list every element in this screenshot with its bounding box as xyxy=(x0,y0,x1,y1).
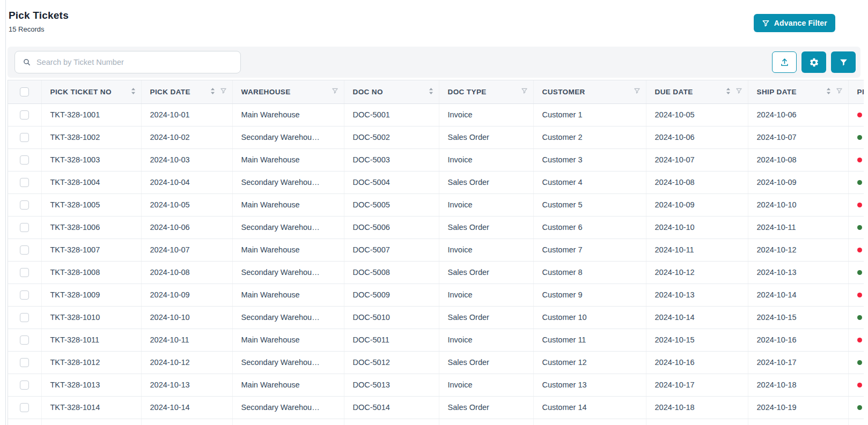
cell-due-date: 2024-10-05 xyxy=(646,103,748,126)
table-row[interactable]: TKT-328-1014 2024-10-14 Secondary Wareho… xyxy=(8,396,864,419)
cell-doc-no: DOC-5010 xyxy=(344,306,439,329)
table-row[interactable]: TKT-328-1013 2024-10-13 Main Warehouse D… xyxy=(8,374,864,396)
cell-ship-date: 2024-10-17 xyxy=(748,351,848,374)
row-checkbox[interactable] xyxy=(20,403,29,412)
sort-icon[interactable] xyxy=(429,87,433,96)
row-checkbox[interactable] xyxy=(20,358,29,367)
column-header-customer[interactable]: CUSTOMER xyxy=(533,80,646,103)
row-checkbox[interactable] xyxy=(20,200,29,210)
table-row[interactable]: TKT-328-1006 2024-10-06 Secondary Wareho… xyxy=(8,216,864,238)
column-header-ship-date[interactable]: SHIP DATE xyxy=(748,80,848,103)
settings-button[interactable] xyxy=(801,51,826,73)
row-checkbox[interactable] xyxy=(20,335,29,345)
table-row[interactable]: TKT-328-1003 2024-10-03 Main Warehouse D… xyxy=(8,148,864,171)
cell-priority xyxy=(848,396,864,419)
cell-doc-type: Sales Order xyxy=(439,396,533,419)
column-filter-icon[interactable] xyxy=(332,87,339,96)
column-filter-icon[interactable] xyxy=(521,87,528,96)
cell-warehouse: Main Warehouse xyxy=(232,419,344,425)
cell-priority xyxy=(848,284,864,306)
sort-icon[interactable] xyxy=(826,87,831,96)
select-all-checkbox[interactable] xyxy=(20,87,29,96)
table-row[interactable]: TKT-328-1007 2024-10-07 Main Warehouse D… xyxy=(8,238,864,261)
row-checkbox[interactable] xyxy=(20,245,29,255)
cell-pick-ticket-no: TKT-328-1003 xyxy=(41,148,141,171)
cell-doc-type: Sales Order xyxy=(439,126,533,148)
table-row[interactable]: TKT-328-1005 2024-10-05 Main Warehouse D… xyxy=(8,193,864,216)
page-title: Pick Tickets xyxy=(9,10,69,21)
column-header-pick-date[interactable]: PICK DATE xyxy=(141,80,232,103)
cell-priority xyxy=(848,306,864,329)
priority-dot xyxy=(857,338,862,342)
priority-dot xyxy=(857,135,862,140)
cell-warehouse: Main Warehouse xyxy=(232,329,344,351)
table-row[interactable]: TKT-328-1009 2024-10-09 Main Warehouse D… xyxy=(8,284,864,306)
cell-customer: Customer 3 xyxy=(533,148,646,171)
cell-priority xyxy=(848,171,864,193)
cell-pick-ticket-no: TKT-328-1006 xyxy=(41,216,141,238)
cell-doc-type: Invoice xyxy=(439,238,533,261)
row-checkbox[interactable] xyxy=(20,268,29,277)
cell-customer: Customer 13 xyxy=(533,374,646,396)
cell-doc-no: DOC-5011 xyxy=(344,329,439,351)
table-toolbar xyxy=(8,47,860,78)
cell-pick-ticket-no: TKT-328-1014 xyxy=(41,396,141,419)
column-header-doc-no[interactable]: DOC NO xyxy=(344,80,439,103)
sort-icon[interactable] xyxy=(131,87,136,96)
cell-customer: Customer 7 xyxy=(533,238,646,261)
table-row[interactable]: TKT-328-1001 2024-10-01 Main Warehouse D… xyxy=(8,103,864,126)
cell-customer: Customer 14 xyxy=(533,396,646,419)
column-header-doc-type[interactable]: DOC TYPE xyxy=(439,80,533,103)
cell-ship-date: 2024-10-12 xyxy=(748,238,848,261)
table-row[interactable]: TKT-328-1008 2024-10-08 Secondary Wareho… xyxy=(8,261,864,284)
row-checkbox[interactable] xyxy=(20,110,29,120)
filter-button[interactable] xyxy=(831,51,856,73)
table-row[interactable]: TKT-328-1002 2024-10-02 Secondary Wareho… xyxy=(8,126,864,148)
cell-doc-no: DOC-5014 xyxy=(344,396,439,419)
row-checkbox[interactable] xyxy=(20,155,29,165)
cell-doc-type: Invoice xyxy=(439,419,533,425)
table-row[interactable]: TKT-328-1004 2024-10-04 Secondary Wareho… xyxy=(8,171,864,193)
column-filter-icon[interactable] xyxy=(634,87,641,96)
row-checkbox[interactable] xyxy=(20,223,29,232)
column-filter-icon[interactable] xyxy=(220,87,227,96)
row-checkbox[interactable] xyxy=(20,178,29,187)
search-input[interactable] xyxy=(36,58,232,66)
cell-customer: Customer 5 xyxy=(533,193,646,216)
column-filter-icon[interactable] xyxy=(836,87,843,96)
page-header: Pick Tickets 15 Records Advance Filter xyxy=(0,0,868,33)
cell-ship-date: 2024-10-15 xyxy=(748,306,848,329)
sort-icon[interactable] xyxy=(726,87,731,96)
priority-dot xyxy=(857,225,862,230)
table-row[interactable]: TKT-328-1012 2024-10-12 Secondary Wareho… xyxy=(8,351,864,374)
table-row[interactable]: TKT-328-1011 2024-10-11 Main Warehouse D… xyxy=(8,329,864,351)
priority-dot xyxy=(857,405,862,410)
select-all-header xyxy=(8,80,41,103)
cell-due-date: 2024-10-12 xyxy=(646,261,748,284)
cell-doc-type: Invoice xyxy=(439,193,533,216)
cell-pick-date: 2024-10-04 xyxy=(141,171,232,193)
cell-doc-type: Invoice xyxy=(439,103,533,126)
table-row[interactable]: TKT-328-1010 2024-10-10 Secondary Wareho… xyxy=(8,306,864,329)
export-button[interactable] xyxy=(772,51,797,73)
row-checkbox[interactable] xyxy=(20,133,29,142)
table-row[interactable]: TKT-328-1015 2024-10-15 Main Warehouse D… xyxy=(8,419,864,425)
cell-priority xyxy=(848,351,864,374)
cell-pick-date: 2024-10-02 xyxy=(141,126,232,148)
cell-pick-date: 2024-10-08 xyxy=(141,261,232,284)
row-checkbox[interactable] xyxy=(20,290,29,300)
column-header-warehouse[interactable]: WAREHOUSE xyxy=(232,80,344,103)
column-header-pick-ticket-no[interactable]: PICK TICKET NO xyxy=(41,80,141,103)
column-header-priority[interactable]: PRIORITY xyxy=(848,80,864,103)
row-checkbox[interactable] xyxy=(20,313,29,322)
priority-dot xyxy=(857,113,862,117)
sort-icon[interactable] xyxy=(210,87,215,96)
column-filter-icon[interactable] xyxy=(735,87,742,96)
row-checkbox[interactable] xyxy=(20,381,29,390)
priority-dot xyxy=(857,383,862,387)
advance-filter-button[interactable]: Advance Filter xyxy=(754,14,835,32)
cell-pick-ticket-no: TKT-328-1015 xyxy=(41,419,141,425)
cell-ship-date: 2024-10-18 xyxy=(748,374,848,396)
cell-doc-type: Sales Order xyxy=(439,306,533,329)
column-header-due-date[interactable]: DUE DATE xyxy=(646,80,748,103)
